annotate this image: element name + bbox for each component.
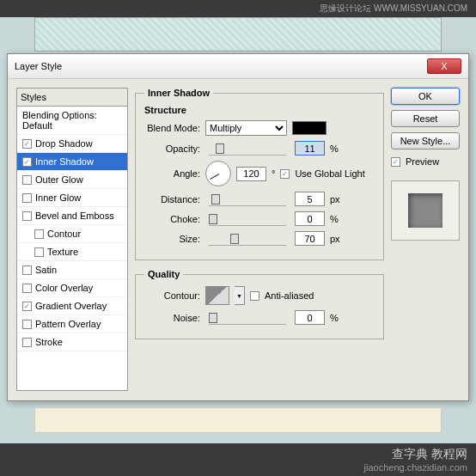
style-checkbox[interactable] — [22, 265, 32, 275]
preview-box — [391, 180, 460, 241]
style-item-color-overlay[interactable]: Color Overlay — [17, 279, 127, 297]
choke-slider[interactable] — [209, 212, 286, 226]
layer-style-dialog: Layer Style X Styles Blending Options: D… — [7, 53, 469, 401]
titlebar: Layer Style X — [8, 54, 468, 79]
opacity-unit: % — [330, 143, 345, 154]
contour-dropdown-icon[interactable]: ▼ — [235, 286, 245, 305]
choke-label: Choke: — [144, 214, 200, 224]
style-checkbox[interactable] — [22, 338, 32, 347]
contour-label: Contour: — [144, 290, 200, 301]
size-label: Size: — [144, 234, 200, 244]
blend-mode-row: Blend Mode: Multiply — [144, 120, 375, 136]
preview-row: Preview — [391, 156, 460, 167]
style-checkbox[interactable] — [22, 175, 32, 185]
antialiased-checkbox[interactable] — [250, 291, 259, 301]
style-checkbox[interactable] — [22, 302, 32, 311]
style-label: Gradient Overlay — [35, 301, 107, 311]
bg-pattern-bottom — [34, 407, 442, 433]
style-item-bevel-and-emboss[interactable]: Bevel and Emboss — [17, 207, 127, 225]
opacity-input[interactable] — [295, 141, 325, 156]
close-icon: X — [441, 61, 447, 71]
style-label: Stroke — [35, 337, 63, 347]
angle-dial[interactable] — [205, 161, 231, 186]
preview-checkbox[interactable] — [391, 157, 400, 167]
style-checkbox[interactable] — [34, 229, 44, 239]
choke-input[interactable] — [295, 211, 325, 226]
opacity-label: Opacity: — [144, 143, 200, 154]
style-checkbox[interactable] — [22, 139, 32, 149]
styles-list: Drop ShadowInner ShadowOuter GlowInner G… — [17, 135, 127, 351]
noise-slider[interactable] — [209, 311, 286, 325]
dialog-body: Styles Blending Options: Default Drop Sh… — [8, 79, 468, 400]
contour-row: Contour: ▼ Anti-aliased — [144, 286, 375, 305]
preview-label: Preview — [406, 156, 439, 167]
ok-button[interactable]: OK — [391, 88, 460, 105]
noise-label: Noise: — [144, 313, 200, 323]
angle-label: Angle: — [144, 168, 200, 179]
footer-url: jiaocheng.chazidian.com — [364, 462, 467, 473]
style-item-outer-glow[interactable]: Outer Glow — [17, 171, 127, 189]
bg-pattern-top — [34, 17, 442, 52]
style-checkbox[interactable] — [34, 247, 44, 257]
style-label: Bevel and Emboss — [35, 211, 114, 221]
noise-row: Noise: % — [144, 310, 375, 325]
blending-options-row[interactable]: Blending Options: Default — [17, 107, 127, 135]
reset-button[interactable]: Reset — [391, 110, 460, 127]
style-item-pattern-overlay[interactable]: Pattern Overlay — [17, 315, 127, 333]
style-label: Texture — [47, 247, 78, 257]
noise-input[interactable] — [295, 310, 325, 325]
styles-panel: Styles Blending Options: Default Drop Sh… — [16, 88, 128, 391]
angle-row: Angle: ° Use Global Light — [144, 161, 375, 186]
top-banner: 思缘设计论坛 WWW.MISSYUAN.COM — [0, 0, 476, 17]
distance-slider[interactable] — [209, 192, 286, 206]
contour-picker[interactable] — [205, 286, 229, 305]
styles-header[interactable]: Styles — [17, 88, 127, 107]
style-item-inner-shadow[interactable]: Inner Shadow — [17, 153, 127, 171]
distance-input[interactable] — [295, 192, 325, 206]
style-item-gradient-overlay[interactable]: Gradient Overlay — [17, 297, 127, 315]
style-checkbox[interactable] — [22, 211, 32, 221]
new-style-button[interactable]: New Style... — [391, 132, 460, 150]
distance-unit: px — [330, 194, 345, 204]
style-label: Inner Glow — [35, 192, 81, 203]
style-label: Color Overlay — [35, 283, 93, 293]
opacity-slider[interactable] — [209, 142, 286, 156]
dialog-title: Layer Style — [15, 61, 62, 71]
style-checkbox[interactable] — [22, 157, 32, 167]
inner-shadow-fieldset: Inner Shadow Structure Blend Mode: Multi… — [135, 88, 384, 260]
distance-label: Distance: — [144, 194, 200, 204]
style-label: Contour — [47, 229, 81, 239]
blend-mode-label: Blend Mode: — [144, 123, 200, 133]
close-button[interactable]: X — [427, 58, 461, 74]
footer: 查字典 教程网 jiaocheng.chazidian.com — [0, 443, 476, 476]
size-row: Size: px — [144, 231, 375, 246]
blend-mode-select[interactable]: Multiply — [205, 120, 287, 136]
choke-row: Choke: % — [144, 211, 375, 226]
style-checkbox[interactable] — [22, 320, 32, 329]
style-item-contour[interactable]: Contour — [17, 225, 127, 243]
style-checkbox[interactable] — [22, 193, 32, 203]
style-label: Inner Shadow — [35, 156, 94, 167]
choke-unit: % — [330, 214, 345, 224]
style-item-stroke[interactable]: Stroke — [17, 333, 127, 351]
noise-unit: % — [330, 313, 345, 323]
right-panel: OK Reset New Style... Preview — [391, 88, 460, 391]
main-panel: Inner Shadow Structure Blend Mode: Multi… — [135, 88, 384, 391]
size-slider[interactable] — [209, 232, 286, 246]
opacity-row: Opacity: % — [144, 141, 375, 156]
angle-input[interactable] — [236, 167, 266, 181]
style-item-drop-shadow[interactable]: Drop Shadow — [17, 135, 127, 153]
style-item-texture[interactable]: Texture — [17, 243, 127, 261]
style-label: Satin — [35, 265, 57, 275]
distance-row: Distance: px — [144, 192, 375, 206]
global-light-checkbox[interactable] — [280, 169, 290, 179]
size-unit: px — [330, 234, 345, 244]
size-input[interactable] — [295, 231, 325, 246]
style-item-inner-glow[interactable]: Inner Glow — [17, 189, 127, 207]
quality-fieldset: Quality Contour: ▼ Anti-aliased Noise: % — [135, 269, 384, 339]
color-swatch[interactable] — [292, 121, 326, 135]
style-label: Outer Glow — [35, 174, 83, 185]
style-checkbox[interactable] — [22, 284, 32, 293]
preview-thumbnail — [408, 193, 442, 228]
style-item-satin[interactable]: Satin — [17, 261, 127, 279]
